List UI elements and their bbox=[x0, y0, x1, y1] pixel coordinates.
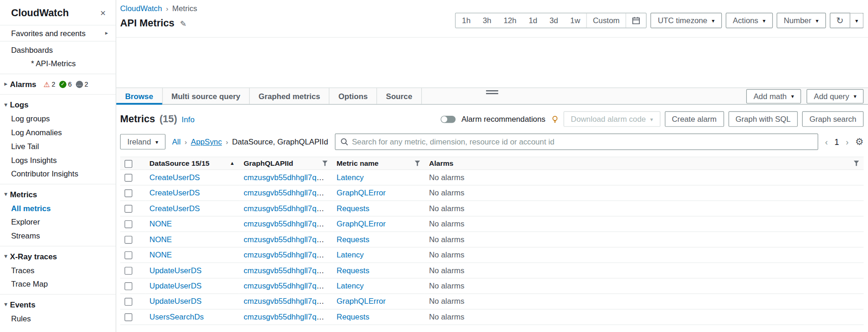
refresh-options-button[interactable]: ▾ bbox=[850, 13, 864, 28]
graphql-api-id-link[interactable]: cmzusgvb55dhhgll7qykel... bbox=[244, 266, 332, 275]
sort-ascending-icon[interactable]: ▲ bbox=[230, 161, 235, 166]
metric-name-link[interactable]: Requests bbox=[337, 266, 369, 275]
row-checkbox[interactable] bbox=[125, 282, 132, 290]
row-checkbox[interactable] bbox=[125, 313, 132, 321]
filter-appsync-link[interactable]: AppSync bbox=[191, 138, 222, 146]
filter-all-link[interactable]: All bbox=[172, 138, 181, 146]
actions-dropdown[interactable]: Actions ▾ bbox=[725, 13, 773, 28]
create-alarm-button[interactable]: Create alarm bbox=[665, 111, 724, 126]
row-checkbox[interactable] bbox=[125, 220, 132, 228]
metric-name-link[interactable]: Latency bbox=[337, 173, 364, 182]
timezone-dropdown[interactable]: UTC timezone ▾ bbox=[650, 13, 722, 28]
graph-with-sql-button[interactable]: Graph with SQL bbox=[728, 111, 798, 126]
time-range-custom[interactable]: Custom bbox=[586, 13, 625, 28]
calendar-icon[interactable] bbox=[626, 13, 646, 28]
metric-name-link[interactable]: Latency bbox=[337, 282, 364, 290]
sidebar-item-trace-map[interactable]: Trace Map bbox=[0, 277, 116, 291]
download-alarm-code-button[interactable]: Download alarm code ▾ bbox=[564, 111, 661, 126]
tab-source[interactable]: Source bbox=[377, 88, 422, 104]
add-query-button[interactable]: Add query ▾ bbox=[806, 89, 863, 103]
close-icon[interactable]: × bbox=[100, 8, 106, 18]
next-page-icon[interactable]: › bbox=[846, 137, 849, 146]
select-all-checkbox[interactable] bbox=[125, 160, 132, 168]
datasource-link[interactable]: CreateUserDS bbox=[150, 188, 200, 197]
time-range-3d[interactable]: 3d bbox=[543, 13, 564, 28]
datasource-link[interactable]: UpdateUserDS bbox=[150, 297, 202, 306]
graph-type-dropdown[interactable]: Number ▾ bbox=[776, 13, 825, 28]
time-range-1w[interactable]: 1w bbox=[564, 13, 587, 28]
tab-multi-source-query[interactable]: Multi source query bbox=[162, 88, 250, 104]
graphql-api-id-link[interactable]: cmzusgvb55dhhgll7qykel... bbox=[244, 219, 332, 228]
row-checkbox[interactable] bbox=[125, 189, 132, 197]
metric-search-input[interactable] bbox=[352, 138, 813, 146]
filter-icon[interactable] bbox=[322, 161, 328, 166]
previous-page-icon[interactable]: ‹ bbox=[825, 137, 828, 146]
sidebar-item-rules[interactable]: Rules bbox=[0, 312, 116, 326]
sidebar-section-alarms[interactable]: ▸ Alarms ⚠ 2 ✓ 6 … 2 bbox=[0, 77, 116, 91]
time-range-1d[interactable]: 1d bbox=[523, 13, 543, 28]
metric-name-link[interactable]: Requests bbox=[337, 204, 369, 213]
datasource-link[interactable]: UpdateUserDS bbox=[150, 266, 202, 275]
tab-options[interactable]: Options bbox=[330, 88, 377, 104]
row-checkbox[interactable] bbox=[125, 205, 132, 213]
refresh-button[interactable]: ↻ bbox=[830, 13, 850, 28]
row-checkbox[interactable] bbox=[125, 267, 132, 275]
table-settings-gear-icon[interactable]: ⚙ bbox=[855, 137, 863, 146]
metric-name-link[interactable]: Requests bbox=[337, 313, 369, 321]
alarm-recommendations-toggle[interactable] bbox=[441, 115, 456, 123]
sidebar-item-all-metrics[interactable]: All metrics bbox=[0, 201, 116, 215]
tab-browse[interactable]: Browse bbox=[116, 88, 162, 104]
metric-name-link[interactable]: Latency bbox=[337, 251, 364, 259]
sidebar-item-log-groups[interactable]: Log groups bbox=[0, 112, 116, 126]
graphql-api-id-link[interactable]: cmzusgvb55dhhgll7qykel... bbox=[244, 173, 332, 182]
metric-name-link[interactable]: Requests bbox=[337, 235, 369, 244]
datasource-link[interactable]: NONE bbox=[150, 219, 172, 228]
graphql-api-id-link[interactable]: cmzusgvb55dhhgll7qykel... bbox=[244, 188, 332, 197]
metric-name-link[interactable]: GraphQLError bbox=[337, 219, 386, 228]
sidebar-section-events[interactable]: ▾ Events bbox=[0, 297, 116, 312]
graphql-api-id-link[interactable]: cmzusgvb55dhhgll7qykel... bbox=[244, 204, 332, 213]
sidebar-item-traces[interactable]: Traces bbox=[0, 263, 116, 277]
metric-name-link[interactable]: GraphQLError bbox=[337, 297, 386, 306]
sidebar-item-explorer[interactable]: Explorer bbox=[0, 215, 116, 229]
add-math-button[interactable]: Add math ▾ bbox=[746, 89, 801, 103]
sidebar-item-log-anomalies[interactable]: Log Anomalies bbox=[0, 125, 116, 139]
graphql-api-id-link[interactable]: cmzusgvb55dhhgll7qykel... bbox=[244, 282, 332, 290]
tab-graphed-metrics[interactable]: Graphed metrics bbox=[250, 88, 330, 104]
graphql-api-id-link[interactable]: cmzusgvb55dhhgll7qykel... bbox=[244, 235, 332, 244]
time-range-1h[interactable]: 1h bbox=[456, 13, 477, 28]
sidebar-section-metrics[interactable]: ▾ Metrics bbox=[0, 187, 116, 201]
sidebar-item-contributor-insights[interactable]: Contributor Insights bbox=[0, 167, 116, 181]
row-checkbox[interactable] bbox=[125, 174, 132, 182]
sidebar-section-logs[interactable]: ▾ Logs bbox=[0, 97, 116, 112]
metric-name-link[interactable]: GraphQLError bbox=[337, 188, 386, 197]
datasource-link[interactable]: NONE bbox=[150, 251, 172, 259]
resize-handle[interactable] bbox=[486, 90, 498, 94]
filter-icon[interactable] bbox=[854, 161, 859, 166]
sidebar-item-logs-insights[interactable]: Logs Insights bbox=[0, 153, 116, 167]
graphql-api-id-link[interactable]: cmzusgvb55dhhgll7qykel... bbox=[244, 297, 332, 306]
datasource-link[interactable]: UpdateUserDS bbox=[150, 282, 202, 290]
datasource-link[interactable]: UsersSearchDs bbox=[150, 313, 204, 321]
edit-title-icon[interactable]: ✎ bbox=[180, 19, 187, 28]
sidebar-item-streams[interactable]: Streams bbox=[0, 229, 116, 243]
region-dropdown[interactable]: Ireland ▾ bbox=[120, 134, 165, 149]
info-link[interactable]: Info bbox=[181, 115, 194, 124]
sidebar-item-live-tail[interactable]: Live Tail bbox=[0, 139, 116, 153]
time-range-12h[interactable]: 12h bbox=[498, 13, 523, 28]
sidebar-item-api-metrics-dashboard[interactable]: * API-Metrics bbox=[0, 57, 116, 71]
sidebar-item-dashboards[interactable]: Dashboards bbox=[0, 43, 116, 57]
sidebar-section-xray[interactable]: ▾ X-Ray traces bbox=[0, 249, 116, 263]
row-checkbox[interactable] bbox=[125, 236, 132, 244]
filter-icon[interactable] bbox=[415, 161, 420, 166]
row-checkbox[interactable] bbox=[125, 298, 132, 306]
time-range-3h[interactable]: 3h bbox=[477, 13, 498, 28]
graphql-api-id-link[interactable]: cmzusgvb55dhhgll7qykel... bbox=[244, 251, 332, 259]
breadcrumb-cloudwatch-link[interactable]: CloudWatch bbox=[120, 4, 162, 13]
datasource-link[interactable]: CreateUserDS bbox=[150, 173, 200, 182]
datasource-link[interactable]: NONE bbox=[150, 235, 172, 244]
row-checkbox[interactable] bbox=[125, 251, 132, 259]
sidebar-item-favorites[interactable]: Favorites and recents ▸ bbox=[0, 25, 116, 42]
datasource-link[interactable]: CreateUserDS bbox=[150, 204, 200, 213]
graph-search-button[interactable]: Graph search bbox=[802, 111, 864, 126]
